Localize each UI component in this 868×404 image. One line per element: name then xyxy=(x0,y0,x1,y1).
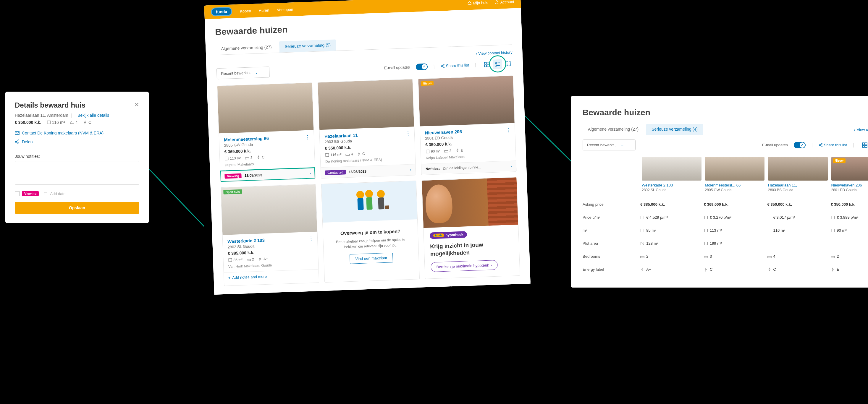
svg-rect-18 xyxy=(495,62,497,64)
compare-thumb[interactable] xyxy=(642,157,702,180)
details-address: Hazelaarlaan 11, Amsterdam xyxy=(15,113,68,117)
compare-thumb[interactable] xyxy=(705,157,765,180)
view-contact-history[interactable]: › View contact history xyxy=(854,127,868,132)
share-icon xyxy=(818,143,823,147)
svg-rect-49 xyxy=(705,229,708,232)
svg-rect-41 xyxy=(865,145,867,147)
compare-name[interactable]: Hazelaarlaan 11, xyxy=(768,183,828,188)
close-icon[interactable]: ✕ xyxy=(134,101,139,108)
nav-kopen[interactable]: Kopen xyxy=(240,8,251,13)
nieuw-badge: Nieuw xyxy=(421,81,434,86)
nav-huren[interactable]: Huren xyxy=(258,8,269,13)
compare-name[interactable]: Nieuwehaven 206 xyxy=(831,183,868,188)
listing-photo[interactable] xyxy=(217,83,313,133)
details-title: Details bewaard huis xyxy=(15,101,86,109)
listing-card: ⋮ Hazelaarlaan 11 2803 BS Gouda € 350.00… xyxy=(318,79,416,178)
listings-grid: ⋮ Molenmeesterslag 66 2805 GW Gouda € 36… xyxy=(217,75,520,286)
map-view-icon[interactable] xyxy=(503,59,513,69)
svg-rect-46 xyxy=(768,216,771,219)
listing-photo[interactable]: Open huis xyxy=(221,184,317,235)
svg-rect-20 xyxy=(225,157,228,160)
compare-column: Westerkade 2 103 2802 SL Gouda xyxy=(642,157,702,192)
notes-textarea[interactable] xyxy=(15,161,139,185)
svg-rect-17 xyxy=(487,65,489,67)
compare-name[interactable]: Molenmeestersl... 66 xyxy=(705,183,765,188)
promo-card-makelaar: Overweeg je om te kopen? Een makelaar ka… xyxy=(321,180,420,282)
view-all-details-link[interactable]: Bekijk alle details xyxy=(78,113,109,117)
listing-card: Open huis ⋮ Westerkade 2 103 2802 SL Gou… xyxy=(221,184,319,286)
listing-agent: De Koning makelaars (NVM & ERA) xyxy=(325,157,410,164)
compare-thumb[interactable]: Nieuw xyxy=(831,157,868,180)
find-agent-button[interactable]: Vind een makelaar xyxy=(349,253,393,264)
sort-select[interactable]: Recent bewerkt ↓⌄ xyxy=(583,139,636,150)
svg-rect-54 xyxy=(641,256,644,258)
tab-general[interactable]: Algemene verzameling (27) xyxy=(583,124,644,135)
svg-rect-47 xyxy=(831,216,835,219)
page-title: Bewaarde huizen xyxy=(215,16,512,37)
compare-row-energy: Energy label A+ C C E xyxy=(583,263,868,276)
card-menu-icon[interactable]: ⋮ xyxy=(308,235,314,242)
house-icon xyxy=(467,1,471,5)
nav-mijn-huis[interactable]: Mijn huis xyxy=(467,0,488,5)
compare-row-ppm: Price p/m² € 4.529 p/m² € 3.270 p/m² € 3… xyxy=(583,211,868,224)
chevron-right-icon: › xyxy=(310,171,311,175)
sort-select[interactable]: Recent bewerkt ↓⌄ xyxy=(216,67,270,79)
email-updates-label: E-mail updates xyxy=(762,143,788,147)
listing-price: € 350.000 k.k. xyxy=(325,143,410,151)
add-date-label[interactable]: Add date xyxy=(50,192,65,196)
list-view-icon[interactable] xyxy=(492,59,502,69)
viewing-checkbox[interactable] xyxy=(15,191,20,196)
compare-name[interactable]: Westerkade 2 103 xyxy=(642,183,702,188)
svg-point-30 xyxy=(365,190,373,198)
share-list-link[interactable]: Share this list xyxy=(440,63,469,68)
svg-rect-45 xyxy=(705,216,708,219)
tab-serious[interactable]: Serieuze verzameling (4) xyxy=(646,124,703,135)
view-contact-history[interactable]: › View contact history xyxy=(476,50,513,56)
svg-rect-31 xyxy=(366,197,372,210)
details-stats: € 350.000 k.k. 116 m² 4 C xyxy=(15,120,139,125)
compare-thumb[interactable] xyxy=(768,157,828,180)
save-button[interactable]: Opslaan xyxy=(15,202,139,214)
grid-view-icon[interactable] xyxy=(482,59,492,69)
nav-account[interactable]: Account xyxy=(494,0,514,4)
promo-text: Een makelaar kan je helpen om de opties … xyxy=(330,237,412,250)
card-menu-icon[interactable]: ⋮ xyxy=(405,130,411,137)
email-toggle[interactable] xyxy=(794,142,806,148)
listing-agent: Kolpa Lafeber Makelaars xyxy=(426,153,511,160)
svg-rect-27 xyxy=(247,259,250,261)
contact-agent-link[interactable]: Contact De Koning makelaars (NVM & ERA) xyxy=(15,131,139,135)
listing-photo[interactable] xyxy=(318,79,414,130)
email-toggle[interactable] xyxy=(415,63,428,70)
details-panel: Details bewaard huis ✕ Hazelaarlaan 11, … xyxy=(5,92,149,223)
svg-point-32 xyxy=(377,190,385,198)
funda-logo[interactable]: funda xyxy=(211,7,232,16)
share-list-link[interactable]: Share this list xyxy=(818,143,847,147)
svg-rect-33 xyxy=(378,197,384,209)
svg-rect-3 xyxy=(70,122,74,124)
tab-general[interactable]: Algemene verzameling (27) xyxy=(216,41,277,55)
compare-loc: 2801 ED Gouda xyxy=(831,188,868,192)
svg-rect-57 xyxy=(831,256,835,258)
tab-serious[interactable]: Serieuze verzameling (5) xyxy=(279,39,336,53)
card-menu-icon[interactable]: ⋮ xyxy=(506,127,512,134)
email-updates-label: E-mail updates xyxy=(384,65,410,70)
share-link[interactable]: Delen xyxy=(15,139,139,144)
nav-verkopen[interactable]: Verkopen xyxy=(277,7,293,12)
svg-rect-24 xyxy=(426,150,429,153)
chevron-right-icon: › xyxy=(410,168,411,172)
compare-title: Bewaarde huizen xyxy=(583,108,868,117)
svg-rect-55 xyxy=(704,256,708,258)
svg-rect-26 xyxy=(228,259,232,262)
people-illustration xyxy=(345,185,394,219)
compare-row-bedrooms: Bedrooms 2 3 4 2 xyxy=(583,250,868,263)
svg-rect-16 xyxy=(485,65,487,67)
promo2-title: Krijg inzicht in jouw mogelijkheden xyxy=(430,240,514,258)
grid-view-icon[interactable] xyxy=(860,140,868,150)
compare-column: Hazelaarlaan 11, 2803 BS Gouda xyxy=(768,157,828,192)
card-menu-icon[interactable]: ⋮ xyxy=(305,134,311,140)
calc-mortgage-button[interactable]: Bereken je maximale hypoteek › xyxy=(431,260,498,272)
share-icon xyxy=(441,64,445,68)
svg-rect-4 xyxy=(71,122,72,122)
listing-photo[interactable]: Nieuw xyxy=(418,76,514,126)
svg-rect-38 xyxy=(862,143,864,145)
